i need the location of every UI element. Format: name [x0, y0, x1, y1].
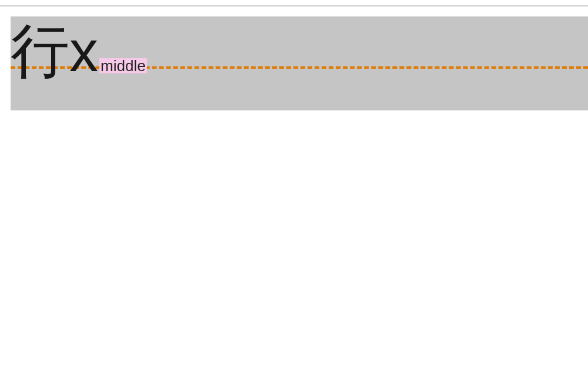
- large-x-glyph: x: [69, 22, 98, 80]
- alignment-diagram: 行xmiddle: [11, 16, 588, 110]
- alignment-label: middle: [99, 58, 147, 73]
- top-divider: [0, 5, 588, 6]
- large-cjk-glyph: 行: [11, 21, 69, 80]
- sample-text-line: 行xmiddle: [11, 21, 147, 80]
